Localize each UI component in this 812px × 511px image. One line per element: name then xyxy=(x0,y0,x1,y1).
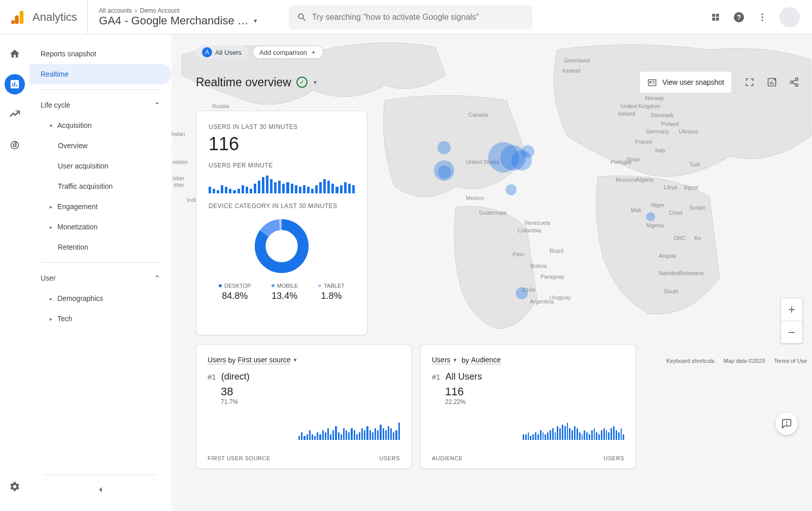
svg-rect-6 xyxy=(716,17,719,20)
nav-traffic-acquisition[interactable]: Traffic acquisition xyxy=(29,176,172,196)
map-zoom-controls: + − xyxy=(781,298,803,344)
card-users-by-source: Users by First user source ▼ #1 (direct)… xyxy=(196,344,412,469)
rail-home-icon[interactable] xyxy=(5,44,25,64)
svg-point-20 xyxy=(796,84,798,86)
nav-acq-overview[interactable]: Overview xyxy=(29,135,172,156)
segment-badge: A xyxy=(202,47,212,57)
svg-text:?: ? xyxy=(737,13,741,21)
nav-life-cycle[interactable]: Life cycle ⌃ xyxy=(29,95,172,115)
chevron-up-icon: ⌃ xyxy=(154,101,160,109)
svg-rect-4 xyxy=(716,14,719,17)
nav-monetization[interactable]: ▸Monetization xyxy=(29,217,172,237)
reports-sidebar: Reports snapshot Realtime Life cycle ⌃ ▾… xyxy=(29,35,172,511)
svg-point-11 xyxy=(761,19,763,21)
analytics-logo-icon xyxy=(10,10,25,25)
svg-point-12 xyxy=(11,142,19,149)
users-count: 116 xyxy=(209,133,355,155)
map-bubble xyxy=(437,141,451,154)
nav-realtime[interactable]: Realtime xyxy=(29,64,172,84)
user-avatar[interactable] xyxy=(780,7,800,27)
fullscreen-icon[interactable] xyxy=(744,77,755,88)
svg-rect-0 xyxy=(20,10,24,23)
map-bubble xyxy=(522,145,534,158)
chevron-right-icon: ▸ xyxy=(50,204,52,210)
chevron-down-icon[interactable]: ▼ xyxy=(453,357,458,363)
view-user-snapshot-button[interactable]: View user snapshot xyxy=(639,71,732,93)
map-zoom-out[interactable]: − xyxy=(781,321,802,343)
search-icon xyxy=(297,12,307,22)
svg-point-16 xyxy=(650,81,651,83)
search-box[interactable] xyxy=(289,5,532,29)
nav-retention[interactable]: Retention xyxy=(29,237,172,257)
page-title: Realtime overview xyxy=(196,76,291,89)
nav-demographics[interactable]: ▸Demographics xyxy=(29,288,172,309)
rail-advertising-icon[interactable] xyxy=(5,135,25,155)
nav-tech[interactable]: ▸Tech xyxy=(29,309,172,329)
svg-point-19 xyxy=(791,81,793,84)
rail-reports-icon[interactable] xyxy=(5,74,25,94)
map-bubble xyxy=(505,184,517,195)
dimension-selector[interactable]: Audience xyxy=(471,356,500,364)
svg-rect-3 xyxy=(712,14,715,17)
users-per-minute-chart xyxy=(209,174,355,193)
terms-link[interactable]: Terms of Use xyxy=(774,358,807,364)
sidebar-collapse-button[interactable] xyxy=(90,480,111,500)
map-bubble xyxy=(516,287,528,299)
nav-acquisition[interactable]: ▾Acquisition xyxy=(29,115,172,135)
dimension-selector[interactable]: First user source xyxy=(238,356,290,364)
more-menu-icon[interactable] xyxy=(756,11,768,23)
chevron-down-icon[interactable]: ▼ xyxy=(293,357,298,363)
metric-selector[interactable]: Users xyxy=(432,356,451,364)
nav-engagement[interactable]: ▸Engagement xyxy=(29,196,172,217)
svg-point-10 xyxy=(761,16,763,18)
svg-point-18 xyxy=(796,78,798,81)
card-users-by-audience: Users ▼ by Audience #1 All Users 116 22.… xyxy=(420,344,636,469)
user-snapshot-icon xyxy=(647,77,657,87)
edit-report-icon[interactable] xyxy=(766,77,777,88)
map-bubble xyxy=(646,212,655,221)
source-sparkline xyxy=(298,421,400,440)
rail-admin-icon[interactable] xyxy=(5,476,25,497)
account-switcher[interactable]: All accounts › Demo Account GA4 - Google… xyxy=(88,0,269,34)
chevron-down-icon: ▾ xyxy=(50,123,52,128)
plus-icon: ＋ xyxy=(310,48,317,57)
left-rail xyxy=(0,35,29,511)
logo-text: Analytics xyxy=(32,11,77,24)
app-header: Analytics All accounts › Demo Account GA… xyxy=(0,0,812,35)
segment-chip-all-users[interactable]: A All Users xyxy=(196,46,248,59)
nav-user-section[interactable]: User ⌃ xyxy=(29,268,172,288)
chevron-right-icon: ▸ xyxy=(50,224,52,230)
chevron-right-icon: ▸ xyxy=(50,296,52,301)
map-zoom-in[interactable]: + xyxy=(781,298,802,321)
chevron-left-icon xyxy=(95,485,106,495)
metric-selector[interactable]: Users xyxy=(208,356,226,364)
search-input[interactable] xyxy=(312,13,524,22)
feedback-icon xyxy=(781,418,792,429)
nav-reports-snapshot[interactable]: Reports snapshot xyxy=(29,44,172,64)
card-users-last-30: USERS IN LAST 30 MINUTES 116 USERS PER M… xyxy=(196,111,367,335)
title-dropdown-icon[interactable]: ▼ xyxy=(313,80,318,85)
apps-icon[interactable] xyxy=(709,11,722,23)
keyboard-shortcuts-link[interactable]: Keyboard shortcuts xyxy=(666,358,715,364)
device-donut-chart xyxy=(253,218,310,275)
logo-section: Analytics xyxy=(0,0,88,34)
svg-point-26 xyxy=(787,424,787,425)
main-content: Russia Iceland United Kingdom Ireland De… xyxy=(172,35,812,511)
help-icon[interactable]: ? xyxy=(733,11,745,23)
svg-rect-1 xyxy=(15,15,19,24)
rail-explore-icon[interactable] xyxy=(5,105,25,125)
chevron-right-icon: ▸ xyxy=(50,316,52,322)
verified-check-icon: ✓ xyxy=(296,77,308,88)
chevron-up-icon: ⌃ xyxy=(154,274,160,282)
property-name: GA4 - Google Merchandise … xyxy=(99,14,249,27)
property-dropdown-icon[interactable]: ▼ xyxy=(253,18,258,24)
svg-point-13 xyxy=(13,144,16,147)
svg-point-2 xyxy=(11,20,15,24)
share-icon[interactable] xyxy=(789,77,800,88)
audience-sparkline xyxy=(523,421,624,440)
add-comparison-chip[interactable]: Add comparison ＋ xyxy=(253,46,323,59)
feedback-fab[interactable] xyxy=(775,413,798,435)
nav-user-acquisition[interactable]: User acquisition xyxy=(29,156,172,176)
map-attribution: Keyboard shortcuts Map data ©2023 Terms … xyxy=(666,358,807,364)
map-bubble xyxy=(438,165,451,179)
